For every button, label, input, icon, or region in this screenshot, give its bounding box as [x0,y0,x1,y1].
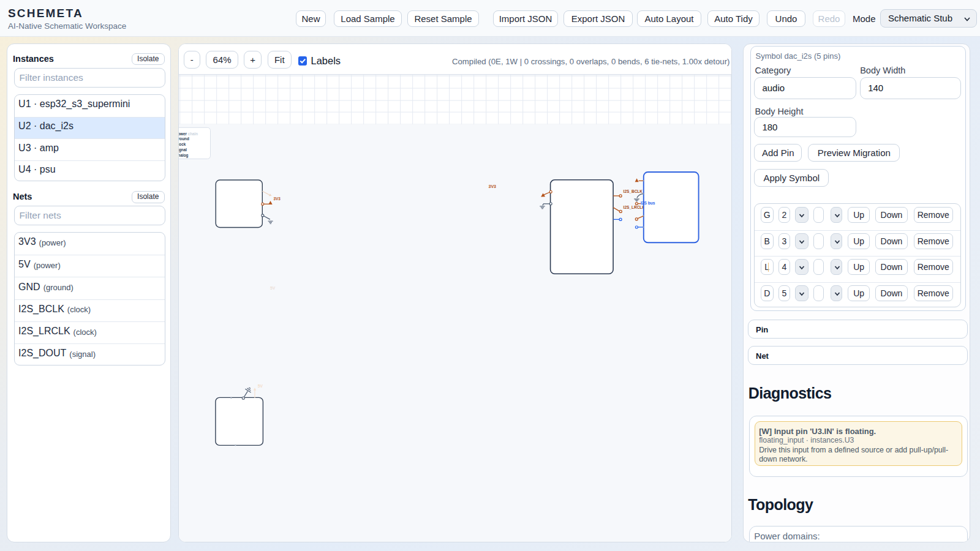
svg-text:3V3: 3V3 [488,184,496,189]
svg-text:5V: 5V [257,384,263,388]
svg-text:Signal: Signal [179,148,187,152]
svg-text:5V: 5V [270,286,276,290]
svg-text:I2S_BCLK: I2S_BCLK [623,189,643,193]
svg-text:I2S bus: I2S bus [641,201,655,205]
svg-text:Power chain: Power chain [179,132,198,136]
svg-text:I2S_LRCLK: I2S_LRCLK [623,205,645,209]
svg-text:3V3: 3V3 [273,197,281,201]
svg-text:Analog: Analog [179,153,188,158]
svg-text:Clock: Clock [179,142,186,146]
svg-text:Ground: Ground [179,137,189,141]
